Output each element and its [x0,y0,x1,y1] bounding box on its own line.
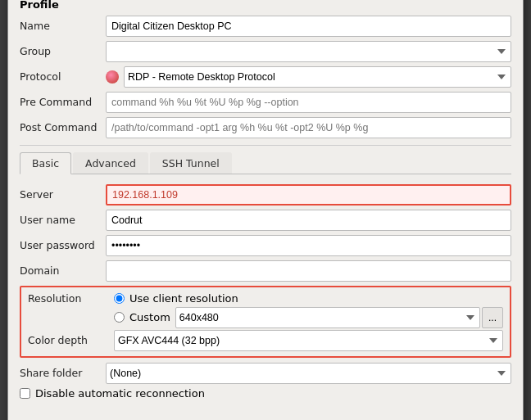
custom-radio-label: Custom [129,311,170,323]
precommand-input[interactable] [106,92,511,113]
server-input[interactable] [106,184,511,205]
precommand-field [106,92,511,113]
server-field [106,184,511,205]
use-client-radio-row: Use client resolution [114,292,503,305]
username-input[interactable] [106,210,511,231]
name-input[interactable] [106,16,511,37]
custom-select-wrap: 640x480 ... [175,307,503,328]
custom-resolution-select[interactable]: 640x480 [175,307,480,328]
bottom-buttons: Cancel Save as Default Save Connect Save… [8,416,523,421]
name-label: Name [20,20,106,32]
resolution-label: Resolution [28,292,114,305]
share-folder-row: Share folder (None) [20,363,511,384]
server-row: Server [20,184,511,205]
resolution-box: Resolution Use client resolution Custom … [20,286,511,358]
color-depth-label: Color depth [28,334,114,346]
share-folder-label: Share folder [20,367,106,379]
color-depth-select[interactable]: GFX AVC444 (32 bpp) [114,330,503,351]
username-field [106,210,511,231]
name-field [106,16,511,37]
tab-content-basic: Server User name User password [20,181,511,409]
domain-field [106,260,511,282]
tabs-bar: Basic Advanced SSH Tunnel [20,152,511,174]
custom-radio-row: Custom 640x480 ... [114,307,503,328]
protocol-select[interactable]: RDP - Remote Desktop Protocol [124,66,511,88]
color-depth-row: Color depth GFX AVC444 (32 bpp) [28,330,503,351]
protocol-row: Protocol RDP - Remote Desktop Protocol [20,66,511,88]
rdp-icon [106,70,119,84]
group-row: Group [20,41,511,62]
tab-basic[interactable]: Basic [20,152,71,174]
postcommand-row: Post Command [20,117,511,138]
main-content: Profile Name Group Protocol [8,0,523,416]
precommand-row: Pre Command [20,92,511,113]
group-select[interactable] [106,41,511,62]
password-row: User password [20,235,511,256]
postcommand-field [106,117,511,138]
protocol-field: RDP - Remote Desktop Protocol [106,66,511,88]
password-field [106,235,511,256]
disable-reconnect-label: Disable automatic reconnection [35,387,205,400]
server-label: Server [20,188,106,201]
divider-1 [20,145,511,146]
protocol-label: Protocol [20,70,106,83]
precommand-label: Pre Command [20,96,106,108]
dialog-window: Remote Desktop Preference × Profile Name… [7,0,524,420]
postcommand-input[interactable] [106,117,511,138]
password-input[interactable] [106,235,511,256]
use-client-radio[interactable] [114,293,125,304]
share-folder-select[interactable]: (None) [106,363,511,384]
domain-label: Domain [20,264,106,277]
more-resolutions-button[interactable]: ... [482,307,503,328]
tab-advanced[interactable]: Advanced [73,152,148,174]
password-label: User password [20,239,106,251]
disable-reconnect-checkbox[interactable] [20,388,30,399]
username-row: User name [20,210,511,231]
domain-row: Domain [20,260,511,282]
group-field [106,41,511,62]
disable-reconnect-row: Disable automatic reconnection [20,387,511,400]
username-label: User name [20,214,106,226]
tab-ssh-tunnel[interactable]: SSH Tunnel [150,152,232,174]
domain-input[interactable] [106,260,511,282]
postcommand-label: Post Command [20,121,106,133]
use-client-label: Use client resolution [129,292,238,305]
custom-radio[interactable] [114,312,125,323]
group-label: Group [20,45,106,57]
name-row: Name [20,16,511,37]
profile-section-title: Profile [20,0,511,11]
